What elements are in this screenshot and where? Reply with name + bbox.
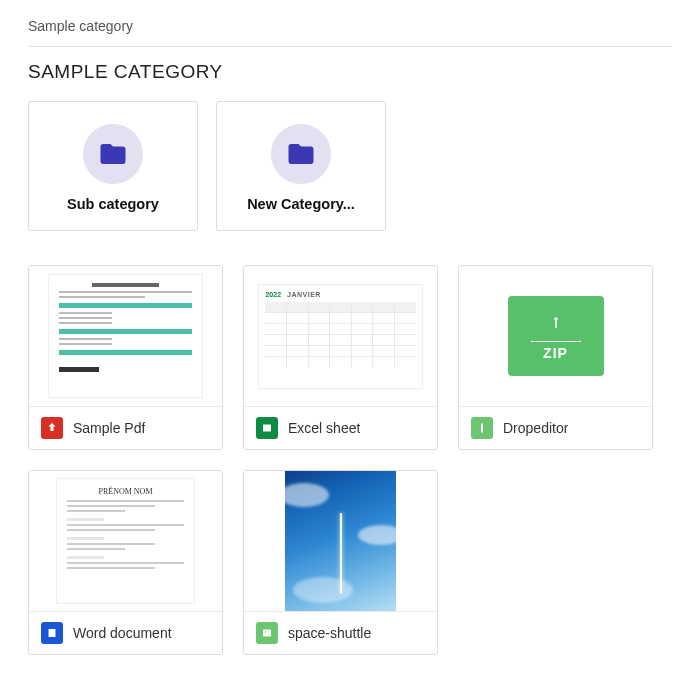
zip-file-icon xyxy=(471,417,493,439)
svg-rect-0 xyxy=(263,425,271,432)
file-card[interactable]: 2022 JANVIER Excel sheet xyxy=(243,265,438,450)
excel-file-icon xyxy=(256,417,278,439)
file-name: space-shuttle xyxy=(288,625,371,641)
file-thumbnail xyxy=(244,471,437,611)
file-thumbnail: 2022 JANVIER xyxy=(244,266,437,406)
svg-rect-5 xyxy=(263,630,271,637)
file-name: Dropeditor xyxy=(503,420,568,436)
folder-icon xyxy=(271,124,331,184)
folder-icon xyxy=(83,124,143,184)
sky-image xyxy=(285,471,397,611)
file-footer: Sample Pdf xyxy=(29,406,222,449)
file-grid: Sample Pdf 2022 JANVIER xyxy=(28,265,672,655)
svg-point-6 xyxy=(265,631,267,633)
word-file-icon xyxy=(41,622,63,644)
file-thumbnail: PRÉNOM NOM xyxy=(29,471,222,611)
svg-rect-2 xyxy=(555,320,557,328)
svg-point-1 xyxy=(554,317,558,321)
breadcrumb[interactable]: Sample category xyxy=(28,12,672,47)
file-name: Excel sheet xyxy=(288,420,360,436)
zip-icon: ZIP xyxy=(508,296,604,376)
pdf-file-icon xyxy=(41,417,63,439)
folder-row: Sub category New Category... xyxy=(28,101,672,231)
file-thumbnail: ZIP xyxy=(459,266,652,406)
file-card[interactable]: ZIP Dropeditor xyxy=(458,265,653,450)
file-thumbnail xyxy=(29,266,222,406)
file-name: Sample Pdf xyxy=(73,420,145,436)
svg-rect-3 xyxy=(481,424,483,433)
doc-heading: PRÉNOM NOM xyxy=(67,487,184,496)
folder-label: Sub category xyxy=(67,196,159,212)
image-file-icon xyxy=(256,622,278,644)
file-footer: space-shuttle xyxy=(244,611,437,654)
file-name: Word document xyxy=(73,625,172,641)
folder-card-sub-category[interactable]: Sub category xyxy=(28,101,198,231)
folder-label: New Category... xyxy=(247,196,355,212)
file-card[interactable]: space-shuttle xyxy=(243,470,438,655)
file-footer: Excel sheet xyxy=(244,406,437,449)
file-footer: Word document xyxy=(29,611,222,654)
file-card[interactable]: Sample Pdf xyxy=(28,265,223,450)
file-footer: Dropeditor xyxy=(459,406,652,449)
calendar-year: 2022 xyxy=(265,291,281,298)
zip-label: ZIP xyxy=(543,345,568,361)
section-title: SAMPLE CATEGORY xyxy=(28,61,672,83)
svg-rect-4 xyxy=(49,629,56,637)
calendar-month: JANVIER xyxy=(287,291,321,298)
file-card[interactable]: PRÉNOM NOM Word document xyxy=(28,470,223,655)
folder-card-new-category[interactable]: New Category... xyxy=(216,101,386,231)
